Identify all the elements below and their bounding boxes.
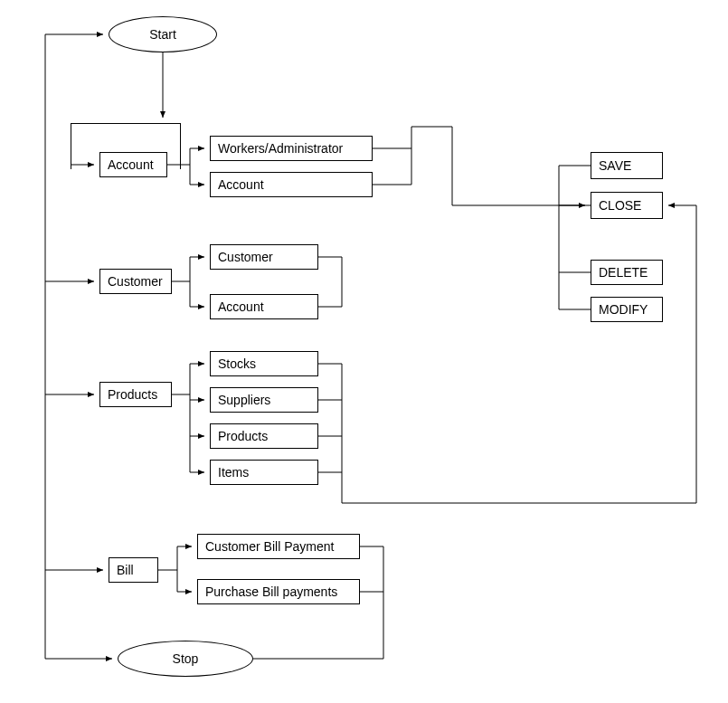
menu-customer: Customer — [99, 269, 172, 294]
products-child-3: Items — [210, 460, 318, 485]
action-delete: DELETE — [591, 260, 663, 285]
account-child-1: Account — [210, 172, 373, 197]
bill-child-1-label: Purchase Bill payments — [205, 584, 337, 599]
menu-account: Account — [99, 152, 167, 177]
account-child-0: Workers/Administrator — [210, 136, 373, 161]
products-child-2-label: Products — [218, 429, 268, 443]
terminal-stop-label: Stop — [173, 651, 199, 666]
customer-child-1-label: Account — [218, 299, 264, 314]
customer-child-1: Account — [210, 294, 318, 319]
products-child-0: Stocks — [210, 351, 318, 376]
products-child-3-label: Items — [218, 465, 249, 480]
action-modify: MODIFY — [591, 297, 663, 322]
action-save: SAVE — [591, 152, 663, 179]
action-delete-label: DELETE — [599, 265, 648, 280]
connectors — [0, 0, 728, 703]
action-close-label: CLOSE — [599, 198, 641, 213]
flowchart: Start Account Workers/Administrator Acco… — [0, 0, 728, 703]
terminal-start: Start — [109, 16, 217, 52]
account-child-0-label: Workers/Administrator — [218, 141, 343, 156]
menu-bill-label: Bill — [117, 563, 134, 577]
menu-customer-label: Customer — [108, 274, 163, 289]
account-child-1-label: Account — [218, 177, 264, 192]
bill-child-0-label: Customer Bill Payment — [205, 539, 334, 554]
bill-child-1: Purchase Bill payments — [197, 579, 360, 604]
customer-child-0: Customer — [210, 244, 318, 270]
products-child-1-label: Suppliers — [218, 393, 270, 407]
action-modify-label: MODIFY — [599, 302, 648, 317]
bill-child-0: Customer Bill Payment — [197, 534, 360, 559]
terminal-start-label: Start — [149, 27, 176, 42]
customer-child-0-label: Customer — [218, 250, 273, 264]
menu-account-label: Account — [108, 157, 154, 172]
menu-bill: Bill — [109, 557, 158, 583]
menu-products: Products — [99, 382, 172, 407]
action-close: CLOSE — [591, 192, 663, 219]
products-child-0-label: Stocks — [218, 356, 256, 371]
products-child-2: Products — [210, 423, 318, 449]
action-save-label: SAVE — [599, 158, 631, 173]
menu-products-label: Products — [108, 387, 157, 402]
terminal-stop: Stop — [118, 641, 253, 677]
products-child-1: Suppliers — [210, 387, 318, 413]
